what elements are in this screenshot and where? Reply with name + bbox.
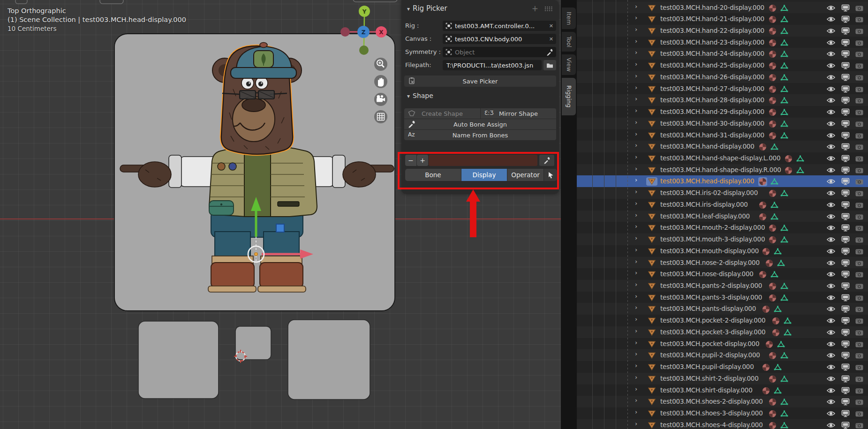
camera-icon[interactable] (855, 179, 863, 185)
screen-icon[interactable] (841, 15, 850, 23)
eye-icon[interactable] (826, 190, 836, 196)
eye-icon[interactable] (826, 132, 836, 139)
screen-icon[interactable] (841, 97, 850, 104)
object-name[interactable]: test003.MCH.pants-3-display.000 (660, 294, 762, 301)
eye-icon[interactable] (826, 167, 836, 173)
camera-icon[interactable] (855, 341, 863, 347)
expand-chevron-icon[interactable]: › (635, 281, 642, 288)
screen-icon[interactable] (841, 236, 850, 243)
screen-icon[interactable] (841, 74, 850, 81)
screen-icon[interactable] (841, 143, 850, 151)
expand-chevron-icon[interactable]: › (635, 350, 642, 357)
camera-icon[interactable] (855, 306, 863, 312)
eye-icon[interactable] (826, 155, 836, 162)
object-name[interactable]: test003.MCH.shirt-2-display.000 (660, 375, 759, 382)
eye-icon[interactable] (826, 341, 836, 347)
expand-chevron-icon[interactable]: › (635, 223, 642, 230)
object-name[interactable]: test003.MCH.pocket-display.000 (660, 340, 759, 347)
camera-icon[interactable] (855, 248, 863, 255)
outliner-row[interactable]: › test003.MCH.hand-31-display.000 (577, 129, 868, 141)
screen-icon[interactable] (841, 375, 850, 383)
eye-icon[interactable] (826, 109, 836, 115)
camera-icon[interactable] (855, 133, 863, 139)
screen-icon[interactable] (841, 294, 850, 301)
camera-icon[interactable] (855, 318, 863, 324)
object-name[interactable]: test003.MCH.mouth-3-display.000 (660, 235, 765, 243)
expand-chevron-icon[interactable]: › (635, 107, 642, 114)
outliner-row[interactable]: › test003.MCH.hand-22-display.000 (577, 25, 868, 37)
object-name[interactable]: test003.MCH.hand-20-display.000 (660, 4, 764, 11)
expand-chevron-icon[interactable]: › (635, 165, 642, 172)
camera-icon[interactable] (855, 237, 863, 243)
object-name[interactable]: test003.MCH.pupil-2-display.000 (660, 351, 760, 359)
camera-icon[interactable] (855, 121, 863, 127)
expand-chevron-icon[interactable]: › (635, 327, 642, 334)
screen-icon[interactable] (841, 271, 850, 278)
mirror-shape-button[interactable]: Ɛ:Ʒ Mirror Shape (481, 108, 556, 119)
eye-icon[interactable] (826, 236, 836, 243)
screen-icon[interactable] (841, 178, 850, 185)
eye-icon[interactable] (826, 260, 836, 266)
camera-icon[interactable] (855, 353, 863, 359)
eye-icon[interactable] (826, 39, 836, 46)
object-name[interactable]: test003.MCH.iris-display.000 (660, 201, 748, 208)
axis-negy-ball[interactable] (359, 45, 369, 55)
screen-icon[interactable] (841, 248, 850, 255)
expand-chevron-icon[interactable]: › (635, 142, 642, 149)
camera-icon[interactable] (855, 5, 863, 11)
object-name[interactable]: test003.MCH.shoes-4-display.000 (660, 421, 763, 429)
grid-view-button[interactable] (374, 110, 387, 123)
outliner-row[interactable]: › test003.MCH.hand-27-display.000 (577, 83, 868, 95)
object-name[interactable]: test003.MCH.shoes-2-display.000 (660, 398, 763, 405)
camera-icon[interactable] (855, 144, 863, 150)
camera-icon[interactable] (855, 156, 863, 162)
eye-icon[interactable] (826, 16, 836, 23)
tab-view[interactable]: View (562, 54, 576, 75)
outliner-row[interactable]: › test003.MCH.hand-28-display.000 (577, 94, 868, 106)
name-from-bones-button[interactable]: Az Name From Bones (404, 130, 556, 140)
expand-chevron-icon[interactable]: › (635, 176, 642, 183)
outliner-row[interactable]: › test003.MCH.mouth-display.000 (577, 245, 868, 257)
eye-icon[interactable] (826, 294, 836, 301)
eye-icon[interactable] (826, 178, 836, 185)
eye-icon[interactable] (826, 225, 836, 231)
camera-icon[interactable] (855, 422, 863, 429)
outliner-row[interactable]: › test003.MCH.leaf-display.000 (577, 211, 868, 222)
camera-icon[interactable] (855, 283, 863, 289)
camera-icon[interactable] (855, 28, 863, 34)
clear-icon[interactable]: ✕ (549, 23, 553, 29)
screen-icon[interactable] (841, 259, 850, 267)
eye-icon[interactable] (826, 283, 836, 289)
eye-icon[interactable] (826, 352, 836, 359)
expand-chevron-icon[interactable]: › (635, 304, 642, 311)
outliner-row[interactable]: › test003.MCH.nose-display.000 (577, 268, 868, 280)
outliner-row[interactable]: › test003.MCH.shirt-display.000 (577, 384, 868, 396)
expand-chevron-icon[interactable]: › (635, 3, 642, 10)
object-name[interactable]: test003.MCH.mouth-display.000 (660, 247, 759, 255)
camera-icon[interactable] (855, 75, 863, 81)
color-swatch[interactable] (429, 155, 537, 166)
eye-icon[interactable] (826, 74, 836, 81)
expand-chevron-icon[interactable]: › (635, 234, 642, 241)
bear-head[interactable] (212, 43, 302, 155)
outliner-row[interactable]: › test003.MCH.head-display.000 (577, 175, 868, 187)
camera-icon[interactable] (855, 40, 863, 46)
object-name[interactable]: test003.MCH.pocket-2-display.000 (660, 316, 765, 324)
outliner-row[interactable]: › test003.MCH.pants-3-display.000 (577, 292, 868, 303)
outliner-row[interactable]: › test003.MCH.hand-23-display.000 (577, 37, 868, 48)
camera-icon[interactable] (855, 225, 863, 231)
camera-icon[interactable] (855, 109, 863, 115)
object-name[interactable]: test003.MCH.nose-2-display.000 (660, 259, 760, 266)
eye-icon[interactable] (826, 271, 836, 278)
expand-chevron-icon[interactable]: › (635, 293, 642, 300)
tab-display[interactable]: Display (461, 169, 507, 181)
camera-icon[interactable] (855, 86, 863, 92)
panel-drag-dots-icon[interactable] (544, 6, 552, 11)
screen-icon[interactable] (841, 85, 850, 93)
object-name[interactable]: test003.MCH.nose-display.000 (660, 270, 754, 278)
expand-chevron-icon[interactable]: › (635, 84, 642, 91)
expand-chevron-icon[interactable]: › (635, 200, 642, 207)
picker-sub-boxes[interactable] (138, 320, 370, 399)
expand-chevron-icon[interactable]: › (635, 119, 642, 126)
outliner-row[interactable]: › test003.MCH.pants-display.000 (577, 303, 868, 315)
